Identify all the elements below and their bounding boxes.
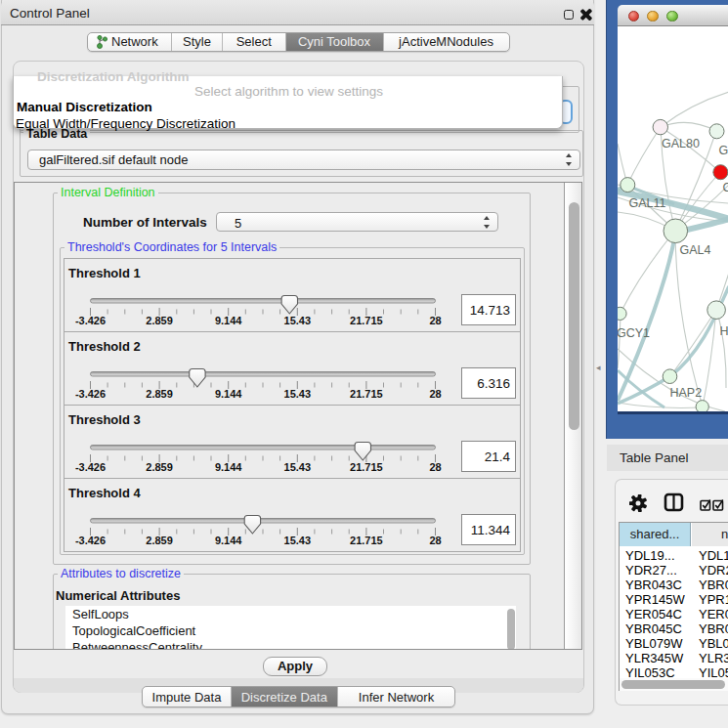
svg-text:GAL4: GAL4 (680, 243, 711, 257)
svg-text:GAL11: GAL11 (629, 196, 666, 210)
svg-text:H: H (720, 324, 728, 338)
svg-text:HAP2: HAP2 (670, 386, 703, 400)
svg-text:GA: GA (719, 144, 728, 157)
svg-text:C: C (723, 181, 728, 194)
svg-text:GCY1: GCY1 (618, 326, 650, 340)
svg-text:GAL80: GAL80 (662, 137, 700, 150)
